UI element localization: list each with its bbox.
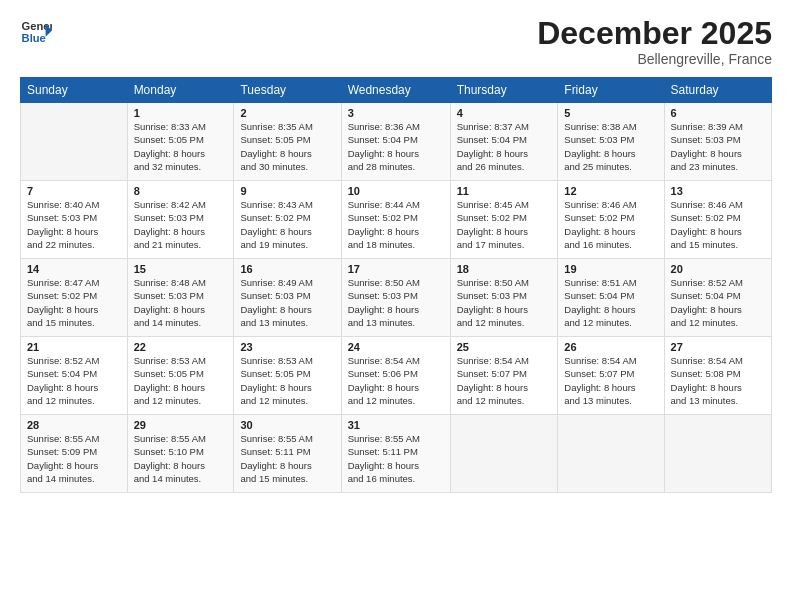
day-number: 11 bbox=[457, 185, 552, 197]
day-info: Sunrise: 8:54 AMSunset: 5:06 PMDaylight:… bbox=[348, 354, 444, 407]
calendar-cell bbox=[450, 415, 558, 493]
calendar-cell: 20Sunrise: 8:52 AMSunset: 5:04 PMDayligh… bbox=[664, 259, 771, 337]
day-number: 18 bbox=[457, 263, 552, 275]
day-info: Sunrise: 8:38 AMSunset: 5:03 PMDaylight:… bbox=[564, 120, 657, 173]
calendar-cell: 24Sunrise: 8:54 AMSunset: 5:06 PMDayligh… bbox=[341, 337, 450, 415]
day-number: 16 bbox=[240, 263, 334, 275]
calendar-cell: 5Sunrise: 8:38 AMSunset: 5:03 PMDaylight… bbox=[558, 103, 664, 181]
day-info: Sunrise: 8:52 AMSunset: 5:04 PMDaylight:… bbox=[27, 354, 121, 407]
day-info: Sunrise: 8:55 AMSunset: 5:10 PMDaylight:… bbox=[134, 432, 228, 485]
day-number: 13 bbox=[671, 185, 765, 197]
header-tuesday: Tuesday bbox=[234, 78, 341, 103]
day-info: Sunrise: 8:54 AMSunset: 5:07 PMDaylight:… bbox=[457, 354, 552, 407]
calendar-cell: 1Sunrise: 8:33 AMSunset: 5:05 PMDaylight… bbox=[127, 103, 234, 181]
day-number: 9 bbox=[240, 185, 334, 197]
day-info: Sunrise: 8:52 AMSunset: 5:04 PMDaylight:… bbox=[671, 276, 765, 329]
header: General Blue December 2025 Bellengrevill… bbox=[20, 16, 772, 67]
day-info: Sunrise: 8:54 AMSunset: 5:08 PMDaylight:… bbox=[671, 354, 765, 407]
calendar-cell: 15Sunrise: 8:48 AMSunset: 5:03 PMDayligh… bbox=[127, 259, 234, 337]
day-number: 1 bbox=[134, 107, 228, 119]
day-number: 8 bbox=[134, 185, 228, 197]
day-number: 3 bbox=[348, 107, 444, 119]
calendar-cell: 10Sunrise: 8:44 AMSunset: 5:02 PMDayligh… bbox=[341, 181, 450, 259]
page: General Blue December 2025 Bellengrevill… bbox=[0, 0, 792, 612]
location: Bellengreville, France bbox=[537, 51, 772, 67]
calendar-cell: 19Sunrise: 8:51 AMSunset: 5:04 PMDayligh… bbox=[558, 259, 664, 337]
day-info: Sunrise: 8:54 AMSunset: 5:07 PMDaylight:… bbox=[564, 354, 657, 407]
calendar-cell bbox=[558, 415, 664, 493]
calendar-cell: 12Sunrise: 8:46 AMSunset: 5:02 PMDayligh… bbox=[558, 181, 664, 259]
calendar-cell bbox=[21, 103, 128, 181]
day-number: 19 bbox=[564, 263, 657, 275]
header-thursday: Thursday bbox=[450, 78, 558, 103]
day-info: Sunrise: 8:55 AMSunset: 5:09 PMDaylight:… bbox=[27, 432, 121, 485]
calendar-cell: 14Sunrise: 8:47 AMSunset: 5:02 PMDayligh… bbox=[21, 259, 128, 337]
day-number: 25 bbox=[457, 341, 552, 353]
calendar-cell: 31Sunrise: 8:55 AMSunset: 5:11 PMDayligh… bbox=[341, 415, 450, 493]
calendar-cell: 17Sunrise: 8:50 AMSunset: 5:03 PMDayligh… bbox=[341, 259, 450, 337]
header-wednesday: Wednesday bbox=[341, 78, 450, 103]
logo: General Blue bbox=[20, 16, 52, 48]
calendar-cell: 13Sunrise: 8:46 AMSunset: 5:02 PMDayligh… bbox=[664, 181, 771, 259]
day-number: 10 bbox=[348, 185, 444, 197]
calendar-cell: 25Sunrise: 8:54 AMSunset: 5:07 PMDayligh… bbox=[450, 337, 558, 415]
day-info: Sunrise: 8:51 AMSunset: 5:04 PMDaylight:… bbox=[564, 276, 657, 329]
calendar-table: Sunday Monday Tuesday Wednesday Thursday… bbox=[20, 77, 772, 493]
day-info: Sunrise: 8:45 AMSunset: 5:02 PMDaylight:… bbox=[457, 198, 552, 251]
day-info: Sunrise: 8:39 AMSunset: 5:03 PMDaylight:… bbox=[671, 120, 765, 173]
svg-text:Blue: Blue bbox=[22, 32, 46, 44]
day-number: 29 bbox=[134, 419, 228, 431]
day-info: Sunrise: 8:53 AMSunset: 5:05 PMDaylight:… bbox=[134, 354, 228, 407]
day-number: 28 bbox=[27, 419, 121, 431]
day-number: 30 bbox=[240, 419, 334, 431]
calendar-week-0: 1Sunrise: 8:33 AMSunset: 5:05 PMDaylight… bbox=[21, 103, 772, 181]
day-info: Sunrise: 8:47 AMSunset: 5:02 PMDaylight:… bbox=[27, 276, 121, 329]
day-info: Sunrise: 8:48 AMSunset: 5:03 PMDaylight:… bbox=[134, 276, 228, 329]
calendar-week-4: 28Sunrise: 8:55 AMSunset: 5:09 PMDayligh… bbox=[21, 415, 772, 493]
day-number: 20 bbox=[671, 263, 765, 275]
calendar-cell: 8Sunrise: 8:42 AMSunset: 5:03 PMDaylight… bbox=[127, 181, 234, 259]
header-friday: Friday bbox=[558, 78, 664, 103]
calendar-cell: 3Sunrise: 8:36 AMSunset: 5:04 PMDaylight… bbox=[341, 103, 450, 181]
day-info: Sunrise: 8:50 AMSunset: 5:03 PMDaylight:… bbox=[348, 276, 444, 329]
calendar-cell: 16Sunrise: 8:49 AMSunset: 5:03 PMDayligh… bbox=[234, 259, 341, 337]
calendar-week-3: 21Sunrise: 8:52 AMSunset: 5:04 PMDayligh… bbox=[21, 337, 772, 415]
calendar-cell: 27Sunrise: 8:54 AMSunset: 5:08 PMDayligh… bbox=[664, 337, 771, 415]
calendar-cell: 22Sunrise: 8:53 AMSunset: 5:05 PMDayligh… bbox=[127, 337, 234, 415]
calendar-cell: 30Sunrise: 8:55 AMSunset: 5:11 PMDayligh… bbox=[234, 415, 341, 493]
calendar-cell: 26Sunrise: 8:54 AMSunset: 5:07 PMDayligh… bbox=[558, 337, 664, 415]
calendar-cell: 9Sunrise: 8:43 AMSunset: 5:02 PMDaylight… bbox=[234, 181, 341, 259]
day-info: Sunrise: 8:46 AMSunset: 5:02 PMDaylight:… bbox=[564, 198, 657, 251]
calendar-cell bbox=[664, 415, 771, 493]
logo-icon: General Blue bbox=[20, 16, 52, 48]
day-info: Sunrise: 8:43 AMSunset: 5:02 PMDaylight:… bbox=[240, 198, 334, 251]
day-number: 6 bbox=[671, 107, 765, 119]
day-number: 7 bbox=[27, 185, 121, 197]
day-info: Sunrise: 8:53 AMSunset: 5:05 PMDaylight:… bbox=[240, 354, 334, 407]
day-info: Sunrise: 8:50 AMSunset: 5:03 PMDaylight:… bbox=[457, 276, 552, 329]
calendar-cell: 7Sunrise: 8:40 AMSunset: 5:03 PMDaylight… bbox=[21, 181, 128, 259]
day-info: Sunrise: 8:37 AMSunset: 5:04 PMDaylight:… bbox=[457, 120, 552, 173]
day-number: 24 bbox=[348, 341, 444, 353]
month-title: December 2025 bbox=[537, 16, 772, 51]
header-monday: Monday bbox=[127, 78, 234, 103]
weekday-header-row: Sunday Monday Tuesday Wednesday Thursday… bbox=[21, 78, 772, 103]
title-block: December 2025 Bellengreville, France bbox=[537, 16, 772, 67]
calendar-cell: 11Sunrise: 8:45 AMSunset: 5:02 PMDayligh… bbox=[450, 181, 558, 259]
day-info: Sunrise: 8:36 AMSunset: 5:04 PMDaylight:… bbox=[348, 120, 444, 173]
day-number: 2 bbox=[240, 107, 334, 119]
calendar-cell: 6Sunrise: 8:39 AMSunset: 5:03 PMDaylight… bbox=[664, 103, 771, 181]
calendar-body: 1Sunrise: 8:33 AMSunset: 5:05 PMDaylight… bbox=[21, 103, 772, 493]
day-number: 14 bbox=[27, 263, 121, 275]
day-number: 31 bbox=[348, 419, 444, 431]
day-number: 21 bbox=[27, 341, 121, 353]
day-number: 27 bbox=[671, 341, 765, 353]
calendar-cell: 21Sunrise: 8:52 AMSunset: 5:04 PMDayligh… bbox=[21, 337, 128, 415]
calendar-cell: 2Sunrise: 8:35 AMSunset: 5:05 PMDaylight… bbox=[234, 103, 341, 181]
calendar-week-2: 14Sunrise: 8:47 AMSunset: 5:02 PMDayligh… bbox=[21, 259, 772, 337]
day-number: 5 bbox=[564, 107, 657, 119]
day-info: Sunrise: 8:42 AMSunset: 5:03 PMDaylight:… bbox=[134, 198, 228, 251]
day-info: Sunrise: 8:55 AMSunset: 5:11 PMDaylight:… bbox=[348, 432, 444, 485]
day-number: 22 bbox=[134, 341, 228, 353]
day-number: 15 bbox=[134, 263, 228, 275]
